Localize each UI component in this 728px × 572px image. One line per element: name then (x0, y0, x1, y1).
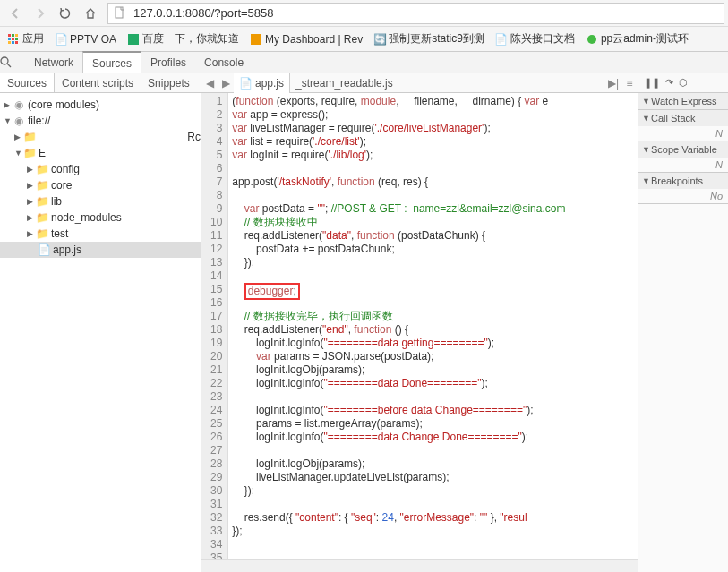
tree-folder-e[interactable]: ▼📁E (0, 145, 201, 161)
tree-core-modules[interactable]: ▶◉(core modules) (0, 97, 201, 113)
page-icon: 📄 (495, 33, 508, 46)
pause-icon[interactable]: ❚❚ (644, 77, 660, 89)
debug-section[interactable]: ▼BreakpointsNo (638, 173, 728, 204)
section-title: Watch Express (651, 96, 717, 107)
svg-line-14 (7, 64, 11, 67)
baidu-icon (127, 33, 140, 46)
folder-icon: 📁 (36, 163, 48, 175)
section-title: Call Stack (651, 113, 696, 124)
bookmark-label: My Dashboard | Rev (265, 33, 363, 46)
svg-rect-10 (128, 34, 139, 45)
tree-folder-test[interactable]: ▶📁test (0, 226, 201, 242)
horizontal-scrollbar[interactable] (201, 559, 638, 572)
debug-controls: ❚❚ ↷ ⬡ (638, 73, 728, 93)
sources-navigator: Sources Content scripts Snippets ▶◉(core… (0, 73, 201, 572)
chevron-down-icon: ▼ (642, 97, 651, 106)
tab-sources[interactable]: Sources (82, 51, 141, 73)
debug-panel: ❚❚ ↷ ⬡ ▼Watch Express▼Call StackN▼Scope … (638, 73, 728, 572)
svg-rect-7 (8, 41, 11, 44)
code-content[interactable]: (function (exports, require, module, __f… (228, 93, 638, 559)
chevron-down-icon: ▼ (642, 145, 651, 154)
bookmarks-bar: 应用 📄PPTV OA 百度一下，你就知道 My Dashboard | Rev… (0, 27, 728, 52)
file-tab-stream[interactable]: _stream_readable.js (290, 73, 398, 93)
tree-folder-lib[interactable]: ▶📁lib (0, 193, 201, 209)
folder-icon: 📁 (36, 195, 48, 208)
nav-tab-snippets[interactable]: Snippets (141, 73, 197, 92)
cloud-icon: ◉ (13, 115, 25, 127)
bookmark-pptv[interactable]: 📄PPTV OA (51, 31, 120, 47)
file-tab-appjs[interactable]: 📄app.js (234, 73, 290, 93)
debug-section[interactable]: ▼Call StackN (638, 110, 728, 141)
nav-tab-content-scripts[interactable]: Content scripts (55, 73, 141, 92)
bookmark-static9[interactable]: 🔄强制更新static9到测 (370, 30, 488, 48)
tree-folder-node-modules[interactable]: ▶📁node_modules (0, 209, 201, 226)
cloud-icon: ◉ (13, 98, 25, 111)
tab-nav-prev[interactable]: ◀ (201, 77, 218, 90)
svg-rect-0 (116, 7, 123, 18)
url-text: 127.0.0.1:8080/?port=5858 (133, 6, 274, 20)
tab-nav-next[interactable]: ▶ (218, 77, 234, 90)
search-icon[interactable] (0, 56, 25, 68)
code-panel: ◀ ▶ 📄app.js _stream_readable.js ▶| ≡ 123… (201, 73, 638, 572)
tree-folder[interactable]: ▶📁Rc (0, 129, 201, 145)
tree-file-root[interactable]: ▼◉file:// (0, 113, 201, 129)
folder-icon: 📁 (36, 227, 48, 240)
nav-tab-sources[interactable]: Sources (0, 73, 55, 92)
bookmark-ppadmin[interactable]: pp云admin-测试环 (582, 30, 692, 48)
file-tree: ▶◉(core modules) ▼◉file:// ▶📁Rc ▼📁E ▶📁co… (0, 93, 201, 261)
svg-rect-8 (12, 41, 14, 44)
section-title: Scope Variable (651, 144, 717, 155)
bookmark-label: 应用 (22, 31, 44, 47)
file-tabs: ◀ ▶ 📄app.js _stream_readable.js ▶| ≡ (201, 73, 638, 93)
run-to-cursor-icon[interactable]: ▶| (605, 77, 621, 90)
browser-toolbar: 127.0.0.1:8080/?port=5858 (0, 0, 728, 27)
url-bar[interactable]: 127.0.0.1:8080/?port=5858 (107, 3, 724, 24)
page-icon: 📄 (55, 33, 67, 46)
bookmark-api-doc[interactable]: 📄陈兴接口文档 (492, 30, 578, 48)
section-body: N (638, 158, 728, 172)
tab-network[interactable]: Network (25, 52, 82, 73)
folder-icon: 📁 (23, 147, 36, 159)
tree-file-appjs[interactable]: 📄app.js (0, 242, 201, 258)
tree-folder-core[interactable]: ▶📁core (0, 177, 201, 193)
file-icon: 📄 (38, 243, 50, 256)
svg-rect-2 (12, 34, 14, 37)
code-area[interactable]: 1234567891011121314151617181920212223242… (201, 93, 638, 559)
reload-button[interactable] (54, 2, 77, 25)
home-button[interactable] (79, 2, 102, 25)
back-button[interactable] (4, 2, 27, 25)
svg-rect-5 (12, 38, 14, 40)
debug-section[interactable]: ▼Watch Express (638, 93, 728, 110)
line-gutter: 1234567891011121314151617181920212223242… (201, 93, 228, 559)
svg-rect-3 (15, 34, 18, 37)
debug-section[interactable]: ▼Scope VariableN (638, 141, 728, 173)
bookmark-label: pp云admin-测试环 (601, 31, 689, 47)
apps-icon (7, 33, 20, 46)
bookmark-apps[interactable]: 应用 (4, 30, 47, 48)
tab-console[interactable]: Console (195, 52, 253, 73)
tab-profiles[interactable]: Profiles (141, 52, 195, 73)
devtools-tabs: Network Sources Profiles Console (0, 52, 728, 73)
folder-icon: 📁 (36, 179, 48, 192)
forward-button[interactable] (29, 2, 52, 25)
chevron-down-icon: ▼ (642, 114, 651, 123)
bookmark-label: 百度一下，你就知道 (142, 31, 239, 47)
list-icon[interactable]: ≡ (621, 77, 638, 90)
navigator-tabs: Sources Content scripts Snippets (0, 73, 201, 93)
deactivate-breakpoints-icon[interactable]: ⬡ (679, 77, 688, 89)
devtools-body: Sources Content scripts Snippets ▶◉(core… (0, 73, 728, 572)
step-over-icon[interactable]: ↷ (665, 77, 673, 89)
bookmark-dashboard[interactable]: My Dashboard | Rev (246, 31, 366, 47)
tree-folder-config[interactable]: ▶📁config (0, 161, 201, 177)
bookmark-label: 陈兴接口文档 (510, 31, 575, 47)
section-body: No (638, 189, 728, 203)
bookmark-baidu[interactable]: 百度一下，你就知道 (124, 30, 243, 48)
svg-point-12 (587, 35, 596, 44)
devtools: Network Sources Profiles Console Sources… (0, 52, 728, 572)
folder-icon: 📁 (36, 211, 48, 224)
bookmark-label: PPTV OA (70, 33, 116, 46)
svg-rect-9 (15, 41, 18, 44)
chevron-down-icon: ▼ (642, 176, 651, 185)
pp-icon (586, 33, 598, 46)
svg-point-13 (1, 57, 8, 64)
